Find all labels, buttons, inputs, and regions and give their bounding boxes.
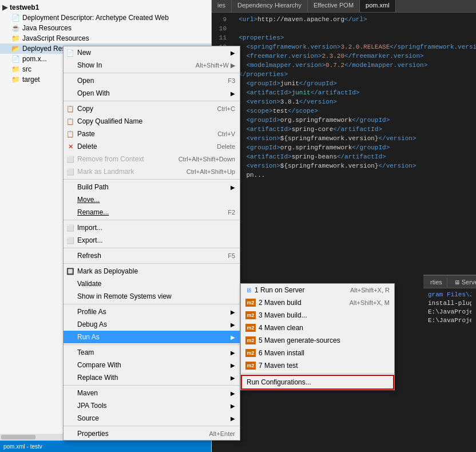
menu-compare-with[interactable]: Compare With ▶ <box>64 359 240 371</box>
tree-item-js[interactable]: 📁 JavaScript Resources <box>0 33 211 43</box>
arrow-icon: ▶ <box>231 375 235 381</box>
separator <box>64 220 240 220</box>
submenu-maven-install[interactable]: m2 6 Maven install <box>241 347 394 359</box>
tab-pom-xml[interactable]: pom.xml <box>360 0 396 12</box>
menu-copy[interactable]: 📋 Copy Ctrl+C <box>64 102 240 115</box>
menu-label: Delete <box>77 142 97 150</box>
menu-label: Copy Qualified Name <box>77 117 142 125</box>
menu-mark-deployable[interactable]: 🔲 Mark as Deployable <box>64 265 240 277</box>
arrow-icon: ▶ <box>231 415 235 422</box>
arrow-icon: ▶ <box>231 322 235 328</box>
tree-label: Deployment Descriptor: Archetype Created… <box>22 14 169 22</box>
submenu-maven-test[interactable]: m2 7 Maven test <box>241 359 394 372</box>
menu-label: New <box>77 49 91 57</box>
menu-build-path[interactable]: Build Path ▶ <box>64 181 240 193</box>
menu-import[interactable]: ⬜ Import... <box>64 221 240 234</box>
menu-refresh[interactable]: Refresh F5 <box>64 249 240 262</box>
shortcut-label: Delete <box>205 143 235 150</box>
shortcut-label: F3 <box>216 77 235 84</box>
menu-debug-as[interactable]: Debug As ▶ <box>64 318 240 331</box>
menu-validate[interactable]: Validate <box>64 277 240 290</box>
arrow-icon: ▶ <box>231 362 235 368</box>
tree-label: JavaScript Resources <box>22 34 89 42</box>
submenu-label: 6 Maven install <box>259 349 304 357</box>
tab-ies[interactable]: ies <box>212 0 232 12</box>
arrow-icon: ▶ <box>231 390 235 397</box>
menu-label: Replace With <box>77 374 118 382</box>
shortcut-label: Alt+Shift+W ▶ <box>184 62 235 69</box>
menu-label: Copy <box>77 105 93 113</box>
m2-icon: m2 <box>245 336 256 344</box>
submenu-label: 4 Maven clean <box>259 324 303 332</box>
menu-replace-with[interactable]: Replace With ▶ <box>64 371 240 384</box>
menu-maven[interactable]: Maven ▶ <box>64 387 240 399</box>
menu-rename[interactable]: Rename... F2 <box>64 206 240 219</box>
tab-rties[interactable]: rties <box>426 277 447 287</box>
submenu-maven-build2[interactable]: m2 3 Maven build... <box>241 309 394 322</box>
submenu-maven-build[interactable]: m2 2 Maven build Alt+Shift+X, M <box>241 296 394 309</box>
console-line-1: gram Files\Java\jre7\bin\javaw.exe (2015… <box>428 291 471 299</box>
menu-label: Team <box>77 348 94 356</box>
menu-mark-landmark[interactable]: ⬜ Mark as Landmark Ctrl+Alt+Shift+Up <box>64 165 240 178</box>
submenu-maven-clean[interactable]: m2 4 Maven clean <box>241 322 394 334</box>
shortcut-label: F5 <box>216 252 235 259</box>
separator <box>64 304 240 304</box>
menu-paste[interactable]: 📋 Paste Ctrl+V <box>64 128 240 140</box>
submenu-label: 1 Run on Server <box>255 286 304 294</box>
separator <box>64 263 240 264</box>
menu-export[interactable]: ⬜ Export... <box>64 234 240 247</box>
status-text: pom.xml - testv <box>3 443 42 450</box>
m2-icon: m2 <box>245 349 256 357</box>
tree-item-deployment[interactable]: 📄 Deployment Descriptor: Archetype Creat… <box>0 13 211 23</box>
menu-label: Properties <box>77 430 109 438</box>
menu-show-in[interactable]: Show In Alt+Shift+W ▶ <box>64 59 240 72</box>
run-as-submenu: 🖥 1 Run on Server Alt+Shift+X, R m2 2 Ma… <box>240 283 395 390</box>
menu-open[interactable]: Open F3 <box>64 74 240 87</box>
menu-label: Source <box>77 414 99 422</box>
menu-run-as[interactable]: Run As ▶ <box>64 331 240 343</box>
delete-icon: ✕ <box>66 142 75 151</box>
arrow-icon: ▶ <box>231 90 235 97</box>
menu-jpa-tools[interactable]: JPA Tools ▶ <box>64 399 240 412</box>
menu-properties[interactable]: Properties Alt+Enter <box>64 427 240 440</box>
menu-open-with[interactable]: Open With ▶ <box>64 87 240 100</box>
menu-label: JPA Tools <box>77 402 107 410</box>
separator <box>64 101 240 101</box>
submenu-run-on-server[interactable]: 🖥 1 Run on Server Alt+Shift+X, R <box>241 284 394 296</box>
tab-effective-pom[interactable]: Effective POM <box>308 0 360 12</box>
menu-label: Show In <box>77 61 102 69</box>
menu-copy-qualified[interactable]: 📋 Copy Qualified Name <box>64 115 240 128</box>
m2-icon: m2 <box>245 311 256 319</box>
status-bar: pom.xml - testv <box>0 441 212 452</box>
separator <box>241 373 394 374</box>
menu-move[interactable]: Move... <box>64 193 240 206</box>
tree-item-java[interactable]: ☕ Java Resources <box>0 23 211 33</box>
submenu-label: 3 Maven build... <box>259 311 307 319</box>
tree-label: src <box>22 65 31 73</box>
deployable-icon: 🔲 <box>66 267 75 276</box>
menu-delete[interactable]: ✕ Delete Delete <box>64 140 240 153</box>
code-area: 9 <url>http://maven.apache.org</url> 10 … <box>212 13 476 259</box>
menu-remove-context[interactable]: ⬜ Remove from Context Ctrl+Alt+Shift+Dow… <box>64 153 240 165</box>
h-scroll-thumb[interactable] <box>1 435 35 439</box>
tab-dependency[interactable]: Dependency Hierarchy <box>232 0 308 12</box>
menu-new[interactable]: 📄 New ▶ <box>64 46 240 59</box>
submenu-maven-generate[interactable]: m2 5 Maven generate-sources <box>241 334 394 347</box>
context-menu: 📄 New ▶ Show In Alt+Shift+W ▶ Open F3 Op… <box>63 46 240 441</box>
menu-team[interactable]: Team ▶ <box>64 346 240 359</box>
menu-profile-as[interactable]: Profile As ▶ <box>64 306 240 318</box>
tree-label: Java Resources <box>22 24 72 32</box>
tree-label: target <box>22 76 40 84</box>
arrow-icon: ▶ <box>231 184 235 191</box>
submenu-run-configurations[interactable]: Run Configurations... <box>241 375 394 390</box>
tab-servers[interactable]: 🖥Servers <box>450 277 476 287</box>
separator <box>64 73 240 73</box>
landmark-icon: ⬜ <box>66 167 75 176</box>
menu-label: Export... <box>77 236 103 244</box>
menu-label: Build Path <box>77 183 109 191</box>
menu-source[interactable]: Source ▶ <box>64 412 240 425</box>
menu-label: Maven <box>77 389 98 397</box>
copy-qualified-icon: 📋 <box>66 117 75 126</box>
menu-show-remote[interactable]: Show in Remote Systems view <box>64 290 240 303</box>
tree-item-testweb1[interactable]: ▶ testweb1 <box>0 2 211 13</box>
